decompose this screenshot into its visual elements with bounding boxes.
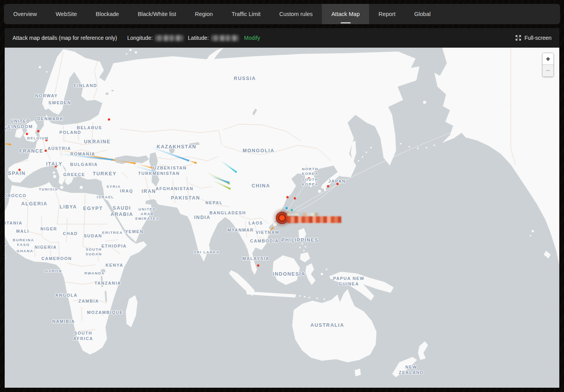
fullscreen-button[interactable]: Full-screen xyxy=(515,35,552,41)
zoom-out-button[interactable]: − xyxy=(543,65,553,77)
tab-traffic-limit[interactable]: Traffic Limit xyxy=(222,4,270,24)
tab-custom-rules[interactable]: Custom rules xyxy=(270,4,322,24)
tab-blockade[interactable]: Blockade xyxy=(86,4,129,24)
attack-dot xyxy=(291,209,293,211)
attack-dot xyxy=(55,165,57,167)
attack-dot xyxy=(108,118,110,121)
attack-dot xyxy=(26,133,28,135)
zoom-in-button[interactable]: + xyxy=(543,53,553,65)
tab-website[interactable]: WebSite xyxy=(46,4,86,24)
toolbar-title: Attack map details (map for reference on… xyxy=(12,35,117,41)
attack-map-canvas[interactable]: RUSSIAFINLANDNORWAYSWEDENDENMARKUNITED K… xyxy=(5,48,559,388)
redacted-attack-label xyxy=(287,216,341,223)
tab-report[interactable]: Report xyxy=(369,4,405,24)
attack-dot xyxy=(45,139,48,141)
attack-dot xyxy=(286,196,289,198)
fullscreen-label: Full-screen xyxy=(525,35,552,41)
attack-dot xyxy=(294,197,296,200)
attack-dot xyxy=(286,207,288,209)
attack-dot xyxy=(257,264,259,267)
top-navigation-bar: OverviewWebSiteBlockadeBlack/White listR… xyxy=(4,4,560,24)
modify-link[interactable]: Modify xyxy=(244,35,260,41)
map-toolbar: Attack map details (map for reference on… xyxy=(5,28,559,48)
tab-region[interactable]: Region xyxy=(186,4,222,24)
attack-dot xyxy=(308,177,310,180)
world-map xyxy=(5,48,559,388)
tab-attack-map[interactable]: Attack Map xyxy=(322,4,369,24)
fullscreen-icon xyxy=(515,35,521,41)
attack-dot xyxy=(45,150,47,152)
latitude-label: Latitude: xyxy=(188,35,209,41)
tab-global[interactable]: Global xyxy=(405,4,440,24)
tab-overview[interactable]: Overview xyxy=(4,4,46,24)
longitude-value-redacted xyxy=(155,35,183,41)
tab-black-white-list[interactable]: Black/White list xyxy=(129,4,186,24)
attack-dot xyxy=(18,169,21,171)
map-zoom-control: + − xyxy=(542,53,554,77)
longitude-label: Longitude: xyxy=(127,35,153,41)
attack-dot xyxy=(336,183,339,185)
attack-dot xyxy=(37,130,39,132)
latitude-value-redacted xyxy=(211,35,239,41)
attack-dot xyxy=(327,185,329,187)
redacted-attack-label xyxy=(287,213,318,216)
